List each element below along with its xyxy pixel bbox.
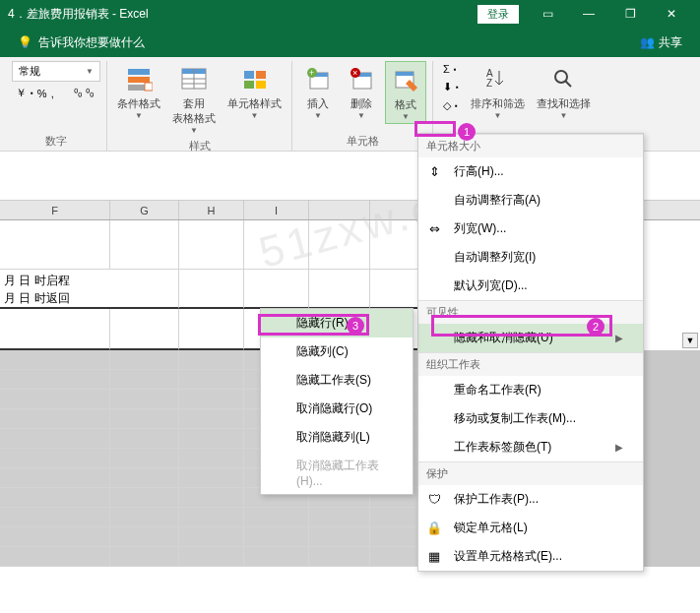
cell-styles-icon: [239, 63, 271, 94]
tellme-bar: 💡 告诉我你想要做什么 👥 共享: [0, 28, 700, 57]
number-format-label: 常规: [19, 64, 40, 79]
format-cells-icon: [390, 64, 421, 95]
column-header-blank[interactable]: [309, 201, 370, 219]
lock-icon: 🔒: [426, 521, 442, 536]
ribbon-group-cells: + 插入 ▼ × 删除 ▼ 格式 ▼ 单元格: [292, 61, 433, 151]
menu-rename-sheet[interactable]: 重命名工作表(R): [418, 376, 643, 404]
menu-col-width[interactable]: ⇔列宽(W)...: [418, 215, 643, 243]
insert-cells-icon: +: [302, 63, 334, 94]
menu-hide-rows[interactable]: 隐藏行(R): [261, 309, 413, 337]
sort-filter-button[interactable]: AZ 排序和筛选 ▼: [467, 61, 529, 122]
find-select-button[interactable]: 查找和选择 ▼: [533, 61, 595, 122]
close-icon[interactable]: ✕: [651, 0, 692, 28]
svg-rect-1: [128, 77, 150, 83]
menu-unhide-rows[interactable]: 取消隐藏行(O): [261, 395, 413, 423]
chevron-down-icon: ▼: [402, 112, 410, 121]
col-width-icon: ⇔: [426, 221, 442, 237]
delete-label: 删除: [350, 96, 372, 111]
login-button[interactable]: 登录: [477, 5, 519, 24]
svg-text:×: ×: [352, 68, 357, 78]
menu-section-size: 单元格大小: [418, 134, 643, 157]
menu-cell-format[interactable]: ▦设置单元格格式(E)...: [418, 542, 643, 571]
autosum-button[interactable]: Σ▪: [439, 61, 463, 77]
ribbon-group-number: 常规 ▼ ￥ ▪ % , ⁰₀ ⁰₀ 数字: [6, 61, 107, 151]
menu-hide-cols[interactable]: 隐藏列(C): [261, 337, 413, 366]
cell-styles-label: 单元格样式: [227, 96, 282, 111]
menu-auto-row-height[interactable]: 自动调整行高(A): [418, 186, 643, 215]
window-title: 4．差旅费用报销表 - Excel: [8, 6, 477, 23]
decrease-decimal-button[interactable]: ⁰₀: [86, 87, 94, 99]
lightbulb-icon: 💡: [18, 35, 32, 49]
submenu-arrow-icon: ▶: [615, 333, 623, 343]
increase-decimal-button[interactable]: ⁰₀: [74, 87, 82, 99]
protect-sheet-icon: 🛡: [426, 492, 442, 508]
annotation-number-1: 1: [458, 123, 476, 141]
svg-rect-11: [244, 81, 254, 89]
clear-button[interactable]: ◇▪: [439, 97, 463, 114]
column-header-F[interactable]: F: [0, 201, 110, 219]
column-header-H[interactable]: H: [179, 201, 244, 219]
titlebar: 4．差旅费用报销表 - Excel 登录 ▭ — ❐ ✕: [0, 0, 700, 28]
comma-button[interactable]: ,: [51, 88, 54, 99]
chevron-down-icon: ▼: [314, 111, 322, 120]
conditional-formatting-icon: [123, 63, 155, 94]
menu-unhide-cols[interactable]: 取消隐藏列(L): [261, 423, 413, 452]
sort-filter-label: 排序和筛选: [471, 96, 525, 111]
menu-tab-color[interactable]: 工作表标签颜色(T)▶: [418, 433, 643, 461]
share-button[interactable]: 👥 共享: [640, 34, 682, 51]
svg-rect-9: [244, 71, 254, 79]
menu-lock-cell[interactable]: 🔒锁定单元格(L): [418, 514, 643, 542]
cell-styles-button[interactable]: 单元格样式 ▼: [223, 61, 286, 122]
column-header-G[interactable]: G: [110, 201, 179, 219]
format-cells-icon: ▦: [426, 549, 442, 565]
svg-rect-22: [396, 72, 414, 76]
restore-icon[interactable]: ❐: [609, 0, 651, 28]
chevron-down-icon: ▼: [251, 111, 259, 120]
chevron-down-icon: ▼: [135, 111, 143, 120]
table-fmt-label: 套用 表格格式: [172, 96, 216, 126]
menu-move-copy-sheet[interactable]: 移动或复制工作表(M)...: [418, 404, 643, 433]
svg-text:+: +: [309, 68, 314, 78]
ribbon-display-options-icon[interactable]: ▭: [527, 0, 568, 28]
cell-departure-return[interactable]: 月 日 时启程 月 日 时返回: [0, 270, 179, 309]
annotation-number-3: 3: [347, 317, 364, 335]
tellme-text[interactable]: 告诉我你想要做什么: [38, 34, 145, 51]
chevron-down-icon: ▼: [86, 67, 94, 76]
percent-button[interactable]: %: [37, 88, 47, 99]
menu-hide-sheet[interactable]: 隐藏工作表(S): [261, 366, 413, 395]
currency-button[interactable]: ￥: [16, 86, 27, 100]
cond-fmt-label: 条件格式: [117, 96, 160, 111]
conditional-formatting-button[interactable]: 条件格式 ▼: [113, 61, 164, 122]
chevron-down-icon: ▼: [190, 126, 198, 135]
svg-line-26: [565, 81, 571, 87]
format-as-table-button[interactable]: 套用 表格格式 ▼: [168, 61, 220, 137]
chevron-down-icon: ▼: [357, 111, 365, 120]
menu-default-width[interactable]: 默认列宽(D)...: [418, 272, 643, 300]
sort-filter-icon: AZ: [481, 63, 513, 94]
menu-section-protect: 保护: [418, 461, 643, 485]
svg-text:Z: Z: [486, 78, 492, 89]
column-header-I[interactable]: I: [244, 201, 309, 219]
menu-row-height[interactable]: ⇕行高(H)...: [418, 157, 643, 186]
menu-unhide-sheet: 取消隐藏工作表(H)...: [261, 452, 413, 494]
format-dropdown-menu: 单元格大小 ⇕行高(H)... 自动调整行高(A) ⇔列宽(W)... 自动调整…: [417, 133, 644, 572]
share-label: 共享: [659, 34, 682, 51]
number-format-select[interactable]: 常规 ▼: [12, 61, 100, 82]
menu-section-visibility: 可见性: [418, 300, 643, 324]
fill-button[interactable]: ⬇▪: [439, 79, 463, 95]
delete-cells-icon: ×: [346, 63, 377, 94]
delete-button[interactable]: × 删除 ▼: [342, 61, 381, 122]
svg-rect-0: [128, 69, 150, 75]
minimize-icon[interactable]: —: [568, 0, 609, 28]
format-button[interactable]: 格式 ▼: [385, 61, 426, 124]
menu-protect-sheet[interactable]: 🛡保护工作表(P)...: [418, 485, 643, 514]
insert-button[interactable]: + 插入 ▼: [298, 61, 338, 122]
table-format-icon: [178, 63, 210, 94]
clear-icon: ◇: [443, 99, 451, 112]
menu-hide-unhide[interactable]: 隐藏和取消隐藏(U)▶: [418, 324, 643, 352]
find-icon: [547, 63, 579, 94]
hide-unhide-submenu: 隐藏行(R) 隐藏列(C) 隐藏工作表(S) 取消隐藏行(O) 取消隐藏列(L)…: [260, 308, 414, 495]
chevron-down-icon: ▼: [493, 111, 501, 120]
row-height-icon: ⇕: [426, 164, 442, 180]
menu-auto-col-width[interactable]: 自动调整列宽(I): [418, 243, 643, 272]
